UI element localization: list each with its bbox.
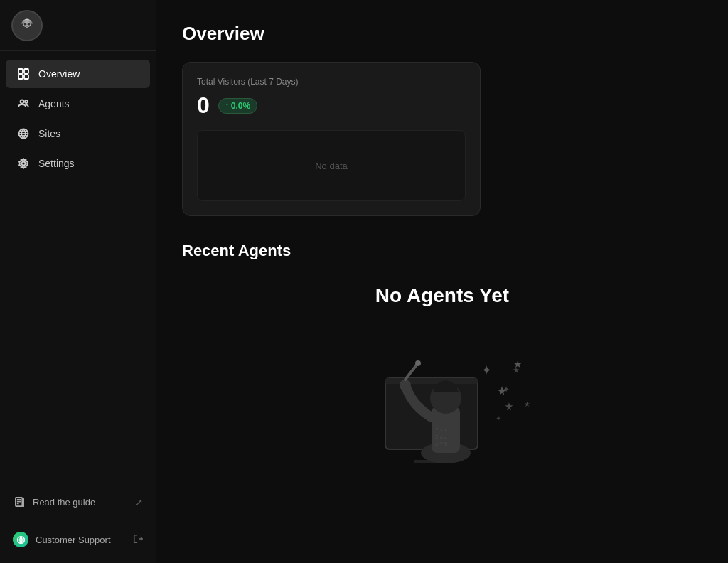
svg-point-13 (25, 100, 28, 103)
page-title: Overview (182, 23, 702, 45)
sidebar-item-settings[interactable]: Settings (6, 149, 150, 178)
empty-agents-area: No Agents Yet (182, 277, 702, 478)
avatar (11, 10, 43, 41)
svg-text:? x s: ? x s (435, 427, 447, 433)
svg-text:✦: ✦ (503, 385, 510, 395)
avatar-icon (17, 16, 37, 36)
read-guide-label: Read the guide (33, 497, 95, 508)
sidebar-item-label-agents: Agents (38, 98, 70, 109)
stats-value-row: 0 ↑ 0.0% (197, 92, 466, 119)
logout-icon (133, 534, 143, 546)
svg-point-18 (22, 162, 26, 166)
stats-badge: ↑ 0.0% (218, 98, 257, 114)
settings-icon (17, 157, 30, 170)
sidebar: Overview Agents (0, 0, 156, 563)
read-guide-item[interactable]: Read the guide ↗ (6, 488, 150, 515)
svg-text:✦: ✦ (496, 414, 501, 422)
main-content: Overview Total Visitors (Last 7 Days) 0 … (156, 0, 728, 563)
svg-rect-6 (28, 23, 31, 25)
sidebar-item-agents[interactable]: Agents (6, 90, 150, 118)
svg-marker-34 (505, 402, 513, 410)
svg-rect-11 (24, 75, 28, 79)
svg-text:x ? 5: x ? 5 (435, 441, 448, 447)
svg-text:✦: ✦ (481, 363, 492, 377)
sidebar-item-label-settings: Settings (38, 158, 75, 169)
svg-rect-10 (18, 75, 23, 79)
divider (6, 520, 150, 520)
svg-text:★: ★ (513, 358, 523, 370)
customer-support-globe-icon (13, 532, 28, 547)
sites-icon (17, 127, 30, 140)
customer-support-label: Customer Support (36, 535, 111, 545)
svg-point-30 (415, 360, 421, 366)
sidebar-navigation: Overview Agents (0, 51, 156, 478)
svg-rect-8 (18, 69, 23, 73)
svg-line-29 (405, 364, 417, 380)
svg-rect-5 (24, 23, 27, 25)
customer-support-item[interactable]: Customer Support (6, 525, 150, 554)
svg-point-28 (400, 380, 411, 391)
stats-badge-value: 0.0% (231, 101, 250, 111)
external-link-icon: ↗ (135, 497, 143, 508)
logo-area (0, 0, 156, 51)
stats-label: Total Visitors (Last 7 Days) (197, 77, 466, 87)
grid-icon (17, 68, 30, 80)
no-data-label: No data (315, 161, 348, 171)
sidebar-item-label-sites: Sites (38, 128, 60, 139)
arrow-up-icon: ↑ (225, 102, 229, 109)
sidebar-bottom: Read the guide ↗ Customer Support (0, 478, 156, 563)
chart-area: No data (197, 130, 466, 201)
agents-icon (17, 97, 30, 110)
no-agents-illustration: ✦ ✦ ✦ ★ ★ ? x s 2 s z x ? 5 (343, 321, 542, 478)
sidebar-item-sites[interactable]: Sites (6, 119, 150, 148)
sidebar-item-label-overview: Overview (38, 68, 80, 80)
sidebar-item-overview[interactable]: Overview (6, 60, 150, 88)
no-agents-title: No Agents Yet (375, 284, 509, 307)
stats-number: 0 (197, 92, 210, 119)
book-icon (13, 495, 26, 508)
svg-point-12 (21, 100, 24, 104)
svg-text:2 s z: 2 s z (435, 434, 447, 440)
recent-agents-title: Recent Agents (182, 242, 702, 260)
svg-rect-23 (385, 378, 478, 384)
svg-rect-9 (24, 69, 28, 73)
svg-text:★: ★ (524, 400, 530, 408)
stats-card: Total Visitors (Last 7 Days) 0 ↑ 0.0% No… (182, 62, 481, 216)
